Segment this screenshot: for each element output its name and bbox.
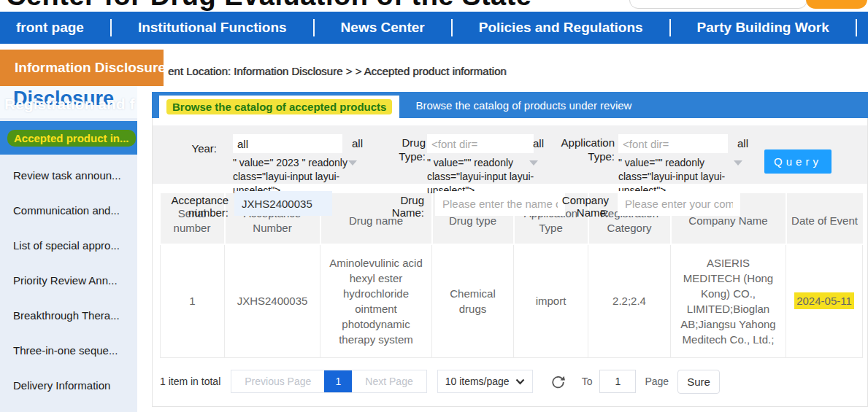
pagination: 1 item in total Previous Page 1 Next Pag… (160, 369, 862, 394)
current-page-button[interactable]: 1 (324, 370, 352, 392)
sidebar: Disclosure Registration and f Accepted p… (0, 86, 137, 412)
pagination-total: 1 item in total (160, 376, 220, 387)
year-select-extra: all (352, 137, 363, 149)
items-per-page-value: 10 items/page (445, 376, 510, 387)
goto-page-input[interactable] (599, 370, 636, 393)
chevron-down-icon[interactable] (529, 160, 538, 166)
nav-item-institutional-functions[interactable]: Institutional Functions (112, 20, 313, 36)
drug-type-select-extra: all (533, 137, 544, 149)
acceptance-number-input[interactable] (234, 191, 332, 216)
main-nav: front page Institutional Functions News … (0, 12, 868, 44)
cell-application-type: import (514, 244, 588, 357)
drug-type-select-value[interactable] (427, 134, 534, 153)
cell-date-of-event: 2024-05-11 (786, 244, 863, 357)
table-row: 1 JXHS2400035 Aminolevulinic acid hexyl … (161, 244, 863, 357)
filter-bar: Year: all " value=" 2023 " readonly clas… (153, 125, 867, 184)
sidebar-item-priority-review[interactable]: Priority Review Ann... (0, 263, 137, 298)
nav-item-policies-regulations[interactable]: Policies and Regulations (453, 20, 669, 36)
sidebar-item-communication[interactable]: Communication and... (0, 193, 137, 228)
goto-prefix-label: To (582, 376, 593, 387)
tab-accepted-products-label: Browse the catalog of accepted products (166, 99, 392, 114)
items-per-page-select[interactable]: 10 items/page (437, 370, 533, 393)
goto-suffix-label: Page (645, 376, 669, 387)
company-name-label: Company Name: (556, 194, 609, 219)
site-title: Center for Drug Evaluation of the State (6, 0, 531, 10)
next-page-button[interactable]: Next Page (352, 370, 426, 392)
breadcrumb: ent Location: Information Disclosure > >… (168, 65, 507, 77)
previous-page-button[interactable]: Previous Page (231, 370, 324, 392)
sidebar-heading: Disclosure Registration and f (0, 86, 137, 118)
query-button[interactable]: Query (764, 149, 831, 174)
site-search-input[interactable] (629, 0, 807, 9)
sidebar-item-special-approval[interactable]: List of special appro... (0, 228, 137, 263)
sidebar-items: Review task announ... Communication and.… (0, 158, 137, 403)
nav-separator (856, 19, 857, 36)
sidebar-heading-white-text: Registration and f (4, 96, 158, 113)
content-panel: Browse the catalog of accepted products … (152, 92, 868, 407)
cell-drug-type: Chemical drugs (432, 244, 514, 357)
acceptance-number-label: Acceptance number: (163, 194, 228, 219)
cell-serial-number: 1 (161, 244, 225, 357)
cell-acceptance-number: JXHS2400035 (225, 244, 320, 357)
chevron-down-icon[interactable] (348, 160, 357, 166)
drug-name-label: Drug Name: (380, 194, 424, 219)
year-select-value[interactable] (233, 134, 342, 153)
cell-drug-name: Aminolevulinic acid hexyl ester hydrochl… (320, 244, 432, 357)
company-name-input[interactable] (618, 191, 740, 216)
tab-accepted-products[interactable]: Browse the catalog of accepted products (159, 96, 399, 118)
nav-item-party-building-work[interactable]: Party Building Work (671, 20, 856, 36)
nav-item-front-page[interactable]: front page (15, 20, 110, 36)
sidebar-section-title[interactable]: Information Disclosure (0, 50, 164, 86)
sidebar-item-review-task[interactable]: Review task announ... (0, 158, 137, 193)
sidebar-item-three-in-one[interactable]: Three-in-one seque... (0, 333, 137, 368)
tab-products-under-review[interactable]: Browse the catalog of products under rev… (415, 92, 631, 118)
chevron-down-icon (515, 378, 525, 385)
refresh-icon[interactable] (550, 374, 566, 389)
application-type-select-extra: all (737, 137, 748, 149)
results-table: Serial number Acceptance Number Drug nam… (160, 193, 863, 358)
sure-button[interactable]: Sure (677, 370, 720, 394)
sidebar-item-breakthrough-therapy[interactable]: Breakthrough Thera... (0, 298, 137, 333)
date-highlight: 2024-05-11 (794, 292, 854, 309)
sidebar-item-accepted-product-active[interactable]: Accepted product in... (0, 121, 137, 155)
pager-box: Previous Page 1 Next Page (231, 370, 426, 393)
year-label: Year: (180, 141, 217, 155)
col-header-date-of-event: Date of Event (786, 193, 863, 244)
site-search-button[interactable] (806, 0, 867, 9)
cell-company-name: ASIERIS MEDITECH (Hong Kong) CO., LIMITE… (671, 244, 786, 357)
page-root: Center for Drug Evaluation of the State … (0, 0, 868, 412)
application-type-label: Application Type: (550, 136, 615, 163)
sidebar-item-delivery-information[interactable]: Delivery Information (0, 368, 137, 403)
nav-item-news-center[interactable]: News Center (315, 20, 451, 36)
tab-bar: Browse the catalog of accepted products … (152, 92, 868, 118)
sidebar-active-label: Accepted product in... (7, 130, 136, 147)
drug-name-input[interactable] (435, 191, 565, 216)
chevron-down-icon[interactable] (734, 160, 742, 166)
application-type-select-value[interactable] (618, 134, 728, 153)
drug-type-label: Drug Type: (389, 136, 426, 163)
cell-registration-category: 2.2;2.4 (588, 244, 671, 357)
